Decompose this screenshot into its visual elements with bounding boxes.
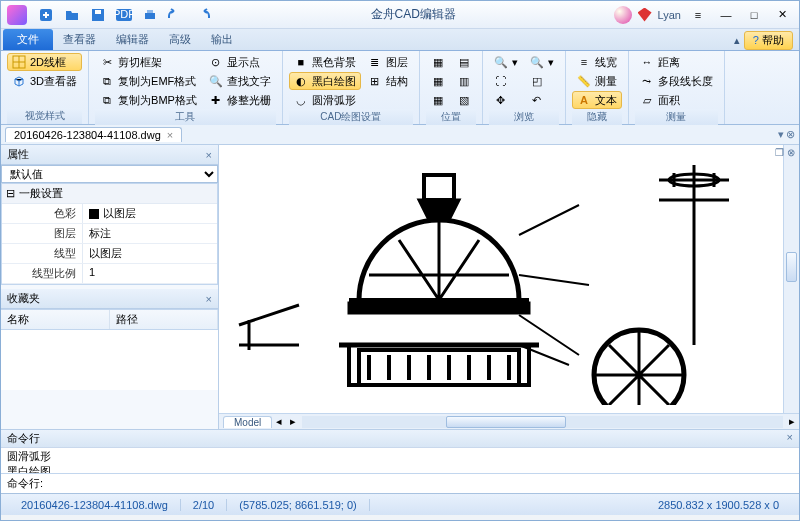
favorites-list	[1, 330, 218, 390]
svg-rect-6	[147, 10, 153, 13]
prop-row-linetype[interactable]: 线型以图层	[2, 244, 217, 264]
close-window-button[interactable]: ✕	[771, 4, 793, 26]
open-file-button[interactable]	[61, 4, 83, 26]
btn-pos-2[interactable]: ▦	[426, 72, 450, 90]
tab-overflow-icon[interactable]: ▾	[778, 128, 784, 141]
distance-icon: ↔	[640, 55, 654, 69]
btn-bw-drawing[interactable]: ◐黑白绘图	[289, 72, 361, 90]
cube-3d-icon	[12, 74, 26, 88]
btn-pos-3[interactable]: ▦	[426, 91, 450, 109]
zoom-window-icon: ◰	[530, 74, 544, 88]
btn-2d-wireframe[interactable]: 2D线框	[7, 53, 82, 71]
properties-tree: ⊟一般设置 色彩以图层 图层标注 线型以图层 线型比例1	[1, 183, 218, 285]
btn-pan[interactable]: ✥	[489, 91, 523, 109]
print-button[interactable]	[139, 4, 161, 26]
prop-row-layer[interactable]: 图层标注	[2, 224, 217, 244]
align-icon: ▤	[457, 55, 471, 69]
btn-copy-emf[interactable]: ⧉复制为EMF格式	[95, 72, 202, 90]
help-button[interactable]: ? 帮助	[744, 31, 793, 50]
canvas-restore-icon[interactable]: ❐	[775, 147, 784, 158]
tab-viewer[interactable]: 查看器	[53, 29, 106, 50]
properties-default-select[interactable]: 默认值	[1, 165, 218, 183]
prop-row-color[interactable]: 色彩以图层	[2, 204, 217, 224]
minimize-button[interactable]: —	[715, 4, 737, 26]
btn-3d-viewer[interactable]: 3D查看器	[7, 72, 82, 90]
btn-layers[interactable]: ≣图层	[363, 53, 413, 71]
btn-pos-6[interactable]: ▧	[452, 91, 476, 109]
btn-polyline-length[interactable]: ⤳多段线长度	[635, 72, 718, 90]
pdf-export-button[interactable]: PDF	[113, 4, 135, 26]
user-avatar-icon[interactable]	[614, 6, 632, 24]
tab-close-all-icon[interactable]: ⊗	[786, 128, 795, 141]
command-log-close-icon[interactable]: ×	[787, 431, 793, 446]
btn-area[interactable]: ▱面积	[635, 91, 718, 109]
btn-zoom-in[interactable]: 🔍▾	[489, 53, 523, 71]
model-tab[interactable]: Model	[223, 416, 272, 428]
properties-close-icon[interactable]: ×	[206, 149, 212, 161]
svg-text:PDF: PDF	[115, 8, 133, 20]
favorites-col-name[interactable]: 名称	[1, 310, 110, 329]
save-file-button[interactable]	[87, 4, 109, 26]
bw-icon: ◐	[294, 74, 308, 88]
favorites-header: 收藏夹 ×	[1, 289, 218, 309]
btn-zoom-out[interactable]: 🔍▾	[525, 53, 559, 71]
btn-structure[interactable]: ⊞结构	[363, 72, 413, 90]
btn-pos-1[interactable]: ▦	[426, 53, 450, 71]
new-file-button[interactable]	[35, 4, 57, 26]
command-input[interactable]	[43, 478, 793, 490]
tab-nav-right-icon[interactable]: ▸	[286, 415, 300, 428]
btn-zoom-prev[interactable]: ↶	[525, 91, 559, 109]
btn-repair-raster[interactable]: ✚修整光栅	[204, 91, 276, 109]
tab-output[interactable]: 输出	[201, 29, 243, 50]
canvas-close-icon[interactable]: ⊗	[787, 147, 795, 158]
favorites-panel: 收藏夹 × 名称 路径	[1, 289, 218, 390]
minimize-ribbon-icon[interactable]: ▴	[734, 34, 740, 47]
favorites-col-path[interactable]: 路径	[110, 310, 219, 329]
btn-distance[interactable]: ↔距离	[635, 53, 718, 71]
btn-zoom-window[interactable]: ◰	[525, 72, 559, 90]
tab-advanced[interactable]: 高级	[159, 29, 201, 50]
zoom-fit-icon: ⛶	[494, 74, 508, 88]
btn-smooth-arc[interactable]: ◡圆滑弧形	[289, 91, 361, 109]
pan-icon: ✥	[494, 93, 508, 107]
copy-bmp-icon: ⧉	[100, 93, 114, 107]
ribbon-label-browse: 浏览	[489, 109, 559, 125]
tab-editor[interactable]: 编辑器	[106, 29, 159, 50]
ribbon-group-cad-settings: ■黑色背景 ◐黑白绘图 ◡圆滑弧形 ≣图层 ⊞结构 CAD绘图设置	[283, 51, 420, 124]
btn-text-hide[interactable]: A文本	[572, 91, 622, 109]
btn-copy-bmp[interactable]: ⧉复制为BMP格式	[95, 91, 202, 109]
drawing-canvas[interactable]	[219, 145, 799, 413]
btn-show-points[interactable]: ⊙显示点	[204, 53, 276, 71]
zoom-in-icon: 🔍	[494, 55, 508, 69]
menu-button[interactable]: ≡	[687, 4, 709, 26]
prop-row-linescale[interactable]: 线型比例1	[2, 264, 217, 284]
file-menu-button[interactable]: 文件	[3, 29, 53, 50]
btn-black-bg[interactable]: ■黑色背景	[289, 53, 361, 71]
vertical-scrollbar[interactable]	[783, 145, 799, 413]
btn-lineweight[interactable]: ≡线宽	[572, 53, 622, 71]
undo-button[interactable]	[165, 4, 187, 26]
side-panel: 属性 × 默认值 ⊟一般设置 色彩以图层 图层标注 线型以图层 线型比例1 收藏…	[1, 145, 219, 429]
favorites-columns: 名称 路径	[1, 309, 218, 330]
grid2-icon: ▦	[431, 74, 445, 88]
document-tab[interactable]: 20160426-123804-41108.dwg ×	[5, 127, 182, 142]
vip-gem-icon[interactable]	[638, 8, 652, 22]
ribbon-group-view-style: 2D线框 3D查看器 视觉样式	[1, 51, 89, 124]
horizontal-scrollbar[interactable]	[302, 416, 783, 428]
clip-icon: ✂	[100, 55, 114, 69]
btn-pos-5[interactable]: ▥	[452, 72, 476, 90]
favorites-close-icon[interactable]: ×	[206, 293, 212, 305]
menu-tab-bar: 文件 查看器 编辑器 高级 输出 ▴ ? 帮助	[1, 29, 799, 51]
btn-clip-frame[interactable]: ✂剪切框架	[95, 53, 202, 71]
properties-category[interactable]: ⊟一般设置	[2, 184, 217, 204]
btn-zoom-fit[interactable]: ⛶	[489, 72, 523, 90]
redo-button[interactable]	[191, 4, 213, 26]
btn-pos-4[interactable]: ▤	[452, 53, 476, 71]
lineweight-icon: ≡	[577, 55, 591, 69]
btn-measure-hide[interactable]: 📏测量	[572, 72, 622, 90]
maximize-button[interactable]: □	[743, 4, 765, 26]
btn-find-text[interactable]: 🔍查找文字	[204, 72, 276, 90]
tab-nav-left-icon[interactable]: ◂	[272, 415, 286, 428]
scroll-right-icon[interactable]: ▸	[785, 415, 799, 428]
document-tab-close-icon[interactable]: ×	[167, 129, 173, 141]
